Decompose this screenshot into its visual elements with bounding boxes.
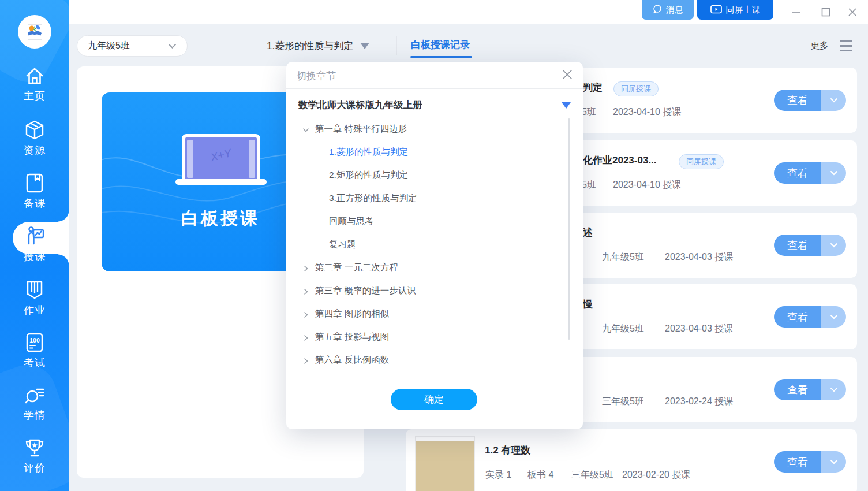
modal-close-icon[interactable]	[562, 69, 573, 82]
close-button[interactable]	[845, 5, 860, 20]
chevron-down-icon	[830, 387, 838, 392]
sidebar-item-label: 考试	[0, 356, 69, 370]
view-button[interactable]: 查看	[774, 379, 821, 400]
record-date: 2023-04-10 授课	[613, 106, 681, 118]
exam-score-icon: 100	[0, 332, 69, 354]
tree-section[interactable]: 3.正方形的性质与判定	[329, 192, 417, 204]
evaluation-trophy-icon	[0, 437, 69, 459]
class-selector-value: 九年级5班	[88, 40, 130, 52]
chevron-down-icon	[168, 41, 177, 51]
record-date: 2023-02-24 授课	[665, 396, 733, 408]
view-split-button[interactable]: 查看	[774, 379, 846, 400]
record-title: 判定	[583, 81, 603, 94]
tree-label: 第三章 概率的进一步认识	[315, 285, 416, 297]
tab-whiteboard-records[interactable]: 白板授课记录	[411, 38, 470, 51]
more-link[interactable]: 更多	[810, 40, 829, 52]
class-selector-dropdown[interactable]: 九年级5班	[77, 35, 188, 57]
modal-title: 切换章节	[297, 69, 336, 83]
sidebar-item-teaching[interactable]: 授课	[0, 224, 69, 263]
view-button[interactable]: 查看	[774, 306, 821, 328]
view-button[interactable]: 查看	[774, 235, 821, 256]
board-base	[175, 179, 267, 185]
screen-share-badge: 同屏授课	[679, 154, 724, 169]
tree-chapter-5[interactable]: 第五章 投影与视图	[302, 330, 389, 343]
triangle-down-icon	[562, 102, 571, 109]
modal-divider	[286, 88, 583, 89]
view-button[interactable]: 查看	[774, 90, 821, 111]
sidebar-item-homework[interactable]: 作业	[0, 279, 69, 317]
tab-active-underline	[410, 56, 472, 58]
whiteboard-illustration: X+Y	[182, 134, 260, 184]
view-dropdown-toggle[interactable]	[821, 235, 846, 256]
caret-right-icon	[302, 310, 309, 317]
record-class: 九年级5班	[602, 251, 644, 263]
record-title: 述	[583, 226, 593, 239]
app-window: 消息 同屏上课 九年级5班 1.菱形的性质与判定 白板授课记录 更多	[0, 0, 868, 491]
chapter-selector[interactable]: 1.菱形的性质与判定	[267, 39, 369, 53]
view-dropdown-toggle[interactable]	[821, 379, 846, 400]
screen-share-badge: 同屏授课	[613, 81, 659, 96]
record-class: 5班	[582, 106, 596, 118]
tree-label: 第五章 投影与视图	[315, 331, 389, 343]
tree-section[interactable]: 2.矩形的性质与判定	[329, 169, 408, 181]
view-dropdown-toggle[interactable]	[821, 162, 846, 184]
sidebar-item-analytics[interactable]: 学情	[0, 384, 69, 422]
tree-label: 1.菱形的性质与判定	[329, 146, 408, 158]
view-split-button[interactable]: 查看	[774, 235, 846, 256]
maximize-button[interactable]	[818, 5, 833, 20]
view-dropdown-toggle[interactable]	[821, 90, 846, 111]
view-split-button[interactable]: 查看	[774, 90, 846, 111]
sidebar-item-home[interactable]: 主页	[0, 66, 69, 103]
chevron-down-icon	[830, 170, 838, 176]
tree-section[interactable]: 回顾与思考	[329, 215, 374, 228]
view-split-button[interactable]: 查看	[774, 451, 846, 473]
home-icon	[0, 66, 69, 87]
homework-icon	[0, 279, 69, 301]
minimize-button[interactable]	[788, 5, 803, 20]
sidebar-item-resources[interactable]: 资源	[0, 119, 69, 157]
tree-chapter-6[interactable]: 第六章 反比例函数	[302, 354, 389, 366]
record-title: 1.2 有理数	[485, 444, 530, 457]
textbook-name: 数学北师大课标版九年级上册	[298, 99, 422, 111]
sidebar-item-label: 授课	[0, 250, 69, 263]
sidebar-item-label: 作业	[0, 303, 69, 317]
tree-section[interactable]: 复习题	[329, 238, 356, 251]
brand-logo-icon	[23, 20, 46, 43]
confirm-button[interactable]: 确定	[391, 389, 477, 410]
record-card: 1.2 有理数 实录 1 板书 4 三年级5班 2023-02-20 授课 查看	[406, 429, 857, 491]
record-date: 2023-04-03 授课	[665, 323, 733, 335]
tree-chapter-1[interactable]: 第一章 特殊平行四边形	[302, 122, 407, 135]
tree-chapter-2[interactable]: 第二章 一元二次方程	[302, 261, 398, 274]
caret-down-icon	[302, 125, 309, 132]
tree-chapter-4[interactable]: 第四章 图形的相似	[302, 307, 389, 320]
message-button-label: 消息	[666, 5, 683, 16]
view-dropdown-toggle[interactable]	[821, 451, 846, 473]
caret-right-icon	[302, 287, 309, 294]
sidebar-item-evaluation[interactable]: 评价	[0, 437, 69, 475]
screen-share-button[interactable]: 同屏上课	[697, 0, 773, 20]
view-split-button[interactable]: 查看	[774, 306, 846, 328]
record-recording-count: 实录 1	[485, 469, 511, 481]
modal-scrollbar[interactable]	[568, 118, 570, 340]
tree-label: 2.矩形的性质与判定	[329, 169, 408, 181]
tree-section-selected[interactable]: 1.菱形的性质与判定	[329, 146, 408, 158]
chevron-down-icon	[830, 459, 838, 464]
lesson-prep-book-icon	[0, 172, 69, 194]
message-button[interactable]: 消息	[642, 0, 694, 20]
chapter-selector-value: 1.菱形的性质与判定	[267, 39, 353, 53]
sidebar-item-lesson-prep[interactable]: 备课	[0, 172, 69, 210]
list-view-icon[interactable]	[840, 40, 852, 54]
view-button[interactable]: 查看	[774, 162, 821, 184]
app-logo-avatar[interactable]	[18, 15, 51, 49]
triangle-down-icon	[360, 43, 369, 49]
tree-chapter-3[interactable]: 第三章 概率的进一步认识	[302, 284, 416, 297]
view-split-button[interactable]: 查看	[774, 162, 846, 184]
record-class: 三年级5班	[571, 469, 613, 481]
view-dropdown-toggle[interactable]	[821, 306, 846, 328]
record-title: 化作业2023-03...	[583, 154, 657, 167]
sidebar-item-label: 主页	[0, 89, 69, 103]
view-button[interactable]: 查看	[774, 451, 821, 473]
tree-label: 第四章 图形的相似	[315, 308, 389, 320]
sidebar-item-exam[interactable]: 100 考试	[0, 332, 69, 370]
textbook-selector[interactable]: 数学北师大课标版九年级上册	[298, 99, 571, 111]
